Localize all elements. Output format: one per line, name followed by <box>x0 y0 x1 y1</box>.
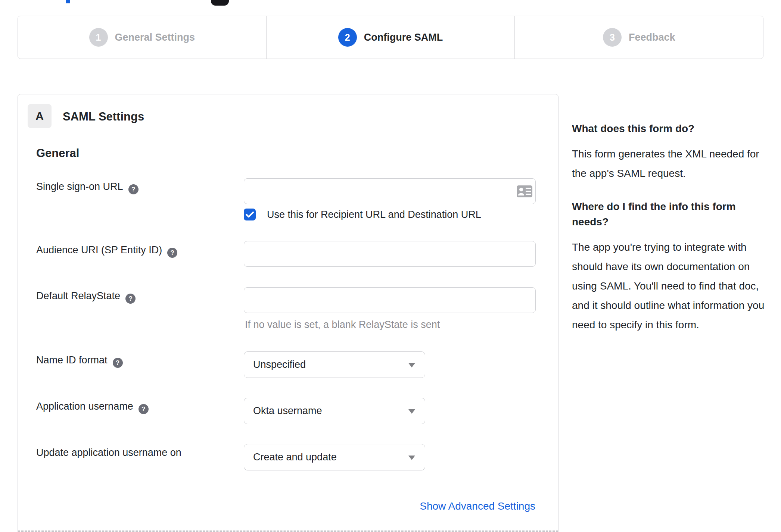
section-a-badge: A <box>28 104 52 128</box>
relaystate-hint: If no value is set, a blank RelayState i… <box>245 319 440 331</box>
help-body-where: The app you're trying to integrate with … <box>572 238 766 335</box>
audience-uri-label: Audience URI (SP Entity ID)? <box>36 244 177 258</box>
name-id-format-label: Name ID format? <box>36 354 123 368</box>
section-dashed-divider <box>18 531 558 532</box>
chevron-down-icon <box>408 363 415 367</box>
saml-settings-panel: A SAML Settings General Single sign-on U… <box>18 94 558 532</box>
general-group-heading: General <box>36 147 79 160</box>
recipient-url-checkbox-label[interactable]: Use this for Recipient URL and Destinati… <box>267 209 481 220</box>
chevron-down-icon <box>408 409 415 414</box>
relaystate-input[interactable] <box>244 287 536 313</box>
section-title: SAML Settings <box>63 110 144 123</box>
app-username-select[interactable]: Okta username <box>244 398 425 424</box>
relaystate-label: Default RelayState? <box>36 290 136 304</box>
help-body-what: This form generates the XML needed for t… <box>572 144 766 183</box>
step-2-label: Configure SAML <box>364 32 443 43</box>
step-1-label: General Settings <box>115 32 195 43</box>
help-panel: What does this form do? This form genera… <box>572 121 766 350</box>
sso-url-label: Single sign-on URL? <box>36 181 139 194</box>
help-heading-where: Where do I find the info this form needs… <box>572 199 766 229</box>
wizard-stepper: 1 General Settings 2 Configure SAML 3 Fe… <box>18 16 763 59</box>
step-3-label: Feedback <box>629 32 675 43</box>
step-2-number-badge: 2 <box>338 28 357 47</box>
recipient-url-checkbox[interactable] <box>244 209 256 220</box>
sso-url-help-icon[interactable]: ? <box>128 184 139 194</box>
step-1-number-badge: 1 <box>89 28 108 47</box>
name-id-format-select[interactable]: Unspecified <box>244 351 425 378</box>
step-3-number-badge: 3 <box>603 28 622 47</box>
checkmark-icon <box>246 211 254 218</box>
recipient-url-checkbox-row: Use this for Recipient URL and Destinati… <box>244 209 481 220</box>
app-username-help-icon[interactable]: ? <box>139 404 149 414</box>
step-configure-saml[interactable]: 2 Configure SAML <box>266 16 515 59</box>
name-id-format-value: Unspecified <box>253 359 306 370</box>
sso-url-input[interactable] <box>244 178 536 204</box>
clipped-tab-indicator <box>66 0 70 3</box>
relaystate-help-icon[interactable]: ? <box>125 294 136 304</box>
show-advanced-settings-link[interactable]: Show Advanced Settings <box>420 500 535 512</box>
update-username-label: Update application username on <box>36 447 181 459</box>
step-general-settings[interactable]: 1 General Settings <box>18 16 266 59</box>
clipped-logo-fragment <box>211 0 229 6</box>
help-heading-what: What does this form do? <box>572 121 766 136</box>
app-username-label: Application username? <box>36 401 149 414</box>
name-id-format-help-icon[interactable]: ? <box>113 358 123 368</box>
update-username-select[interactable]: Create and update <box>244 444 425 470</box>
app-username-value: Okta username <box>253 405 322 417</box>
chevron-down-icon <box>408 456 415 460</box>
audience-uri-help-icon[interactable]: ? <box>167 248 177 258</box>
update-username-value: Create and update <box>253 451 337 463</box>
audience-uri-input[interactable] <box>244 241 536 267</box>
step-feedback[interactable]: 3 Feedback <box>514 16 763 59</box>
